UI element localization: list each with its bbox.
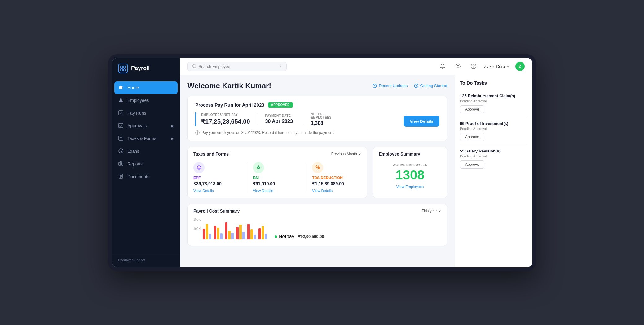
sidebar-item-pay-runs[interactable]: Pay Runs	[112, 107, 180, 120]
documents-icon	[118, 174, 124, 180]
employee-summary-card: Employee Summary ACTIVE EMPLOYEES 1308 V…	[373, 147, 447, 198]
bar-2-2	[217, 228, 219, 239]
bar-3-2	[228, 231, 231, 239]
avatar[interactable]: Z	[515, 62, 525, 71]
sidebar-item-reports[interactable]: Reports	[112, 158, 180, 170]
recent-updates-label: Recent Updates	[379, 83, 408, 88]
bar-1-1	[203, 229, 205, 239]
pay-run-stats: EMPLOYEES' NET PAY ₹17,25,23,654.00 PAYM…	[195, 112, 349, 126]
pay-run-header: Process Pay Run for April 2023 APPROVED	[195, 102, 439, 108]
sidebar-item-employees[interactable]: Employees	[112, 94, 180, 107]
help-button[interactable]	[469, 61, 479, 71]
bar-4-1	[236, 227, 239, 239]
todo-item-3-title: 55 Salary Revision(s)	[460, 149, 527, 153]
approvals-icon	[118, 123, 124, 129]
bar-6-3	[265, 234, 267, 239]
svg-rect-12	[119, 162, 120, 165]
bar-1-2	[206, 224, 208, 239]
view-employees-link[interactable]: View Employees	[379, 185, 441, 189]
todo-approve-btn-3[interactable]: Approve	[460, 160, 484, 169]
active-employees-count: 1308	[379, 169, 441, 182]
svg-rect-2	[121, 69, 123, 71]
sidebar-item-loans[interactable]: Loans	[112, 145, 180, 158]
sidebar-item-documents[interactable]: Documents	[112, 170, 180, 183]
settings-button[interactable]	[453, 61, 463, 71]
todo-approve-btn-2[interactable]: Approve	[460, 133, 484, 141]
employees-icon	[118, 98, 124, 103]
sidebar-item-documents-label: Documents	[127, 174, 149, 179]
cost-summary-header: Payroll Cost Summary This year	[193, 209, 441, 213]
esi-icon	[253, 162, 264, 173]
sidebar-item-approvals[interactable]: Approvals ▶	[112, 120, 180, 132]
getting-started-label: Getting Started	[420, 83, 447, 88]
esi-amount: ₹91,010.00	[253, 181, 302, 186]
company-chevron-icon	[507, 65, 510, 68]
bar-6-2	[262, 226, 264, 239]
employees-stat: NO. OF EMPLOYEES 1,308	[311, 112, 349, 126]
employee-summary-body: ACTIVE EMPLOYEES 1308 View Employees	[373, 160, 447, 194]
chart-area: 150K 100K	[193, 217, 441, 241]
todo-item-1-title: 136 Reimbursement Claim(s)	[460, 94, 527, 98]
taxes-period-selector[interactable]: Previous Month	[331, 152, 361, 156]
cost-period-selector[interactable]: This year	[422, 209, 441, 213]
bar-5-2	[250, 229, 253, 239]
taxes-chevron: ▶	[171, 137, 174, 140]
company-selector[interactable]: Zylker Corp	[484, 64, 510, 69]
y-label-150k: 150K	[193, 218, 201, 221]
tds-name: TDS DEDUCTION	[312, 176, 361, 180]
sidebar: Payroll Home Employees	[112, 58, 180, 267]
recent-updates-icon	[373, 84, 377, 88]
sidebar-navigation: Home Employees Pay Runs	[112, 79, 180, 253]
sidebar-item-home[interactable]: Home	[114, 81, 178, 94]
todo-item-1-subtitle: Pending Approval	[460, 99, 527, 103]
sidebar-item-loans-label: Loans	[127, 149, 139, 154]
pay-run-note: Pay your employees on 30/04/2023. Record…	[195, 130, 439, 135]
bar-5-3	[254, 235, 256, 239]
sidebar-item-home-label: Home	[127, 85, 139, 90]
right-panel: To Do Tasks 136 Reimbursement Claim(s) P…	[455, 75, 532, 267]
epf-view-link[interactable]: View Details	[193, 189, 243, 193]
tds-view-link[interactable]: View Details	[312, 189, 361, 193]
svg-rect-6	[119, 123, 123, 128]
sidebar-footer[interactable]: Contact Support	[112, 253, 180, 267]
bar-4-3	[242, 232, 245, 239]
active-employees-label: ACTIVE EMPLOYEES	[379, 163, 441, 167]
main-area: Zylker Corp Z Welcome Kartik Kumar!	[180, 58, 532, 267]
view-details-button[interactable]: View Details	[404, 116, 439, 127]
pay-run-title: Process Pay Run for April 2023	[195, 102, 264, 108]
emp-summary-header: Employee Summary	[373, 147, 447, 160]
tax-item-tds: % TDS DEDUCTION ₹1,15,89,089.00 View Det…	[312, 162, 361, 193]
todo-item-3: 55 Salary Revision(s) Pending Approval A…	[460, 145, 527, 172]
epf-amount: ₹39,73,913.00	[193, 181, 243, 186]
svg-point-4	[120, 98, 122, 100]
tax-item-esi: ESI ₹91,010.00 View Details	[253, 162, 307, 193]
y-label-100k: 100K	[193, 227, 201, 231]
notifications-button[interactable]	[438, 61, 448, 71]
taxes-card: Taxes and Forms Previous Month	[187, 147, 367, 198]
sidebar-item-taxes-forms[interactable]: Taxes & Forms ▶	[112, 132, 180, 145]
svg-point-19	[473, 68, 474, 68]
search-box[interactable]	[187, 62, 287, 71]
info-icon	[195, 130, 200, 135]
tax-item-epf: EPF ₹39,73,913.00 View Details	[193, 162, 248, 193]
pay-run-stats-row: EMPLOYEES' NET PAY ₹17,25,23,654.00 PAYM…	[195, 112, 439, 130]
payroll-logo-icon	[118, 64, 128, 73]
pay-run-card: Process Pay Run for April 2023 APPROVED …	[187, 96, 447, 141]
bar-3-3	[231, 233, 234, 239]
approvals-chevron: ▶	[171, 124, 174, 128]
home-icon	[118, 85, 124, 91]
legend-netpay-dot	[275, 235, 277, 238]
search-input[interactable]	[198, 64, 277, 69]
esi-view-link[interactable]: View Details	[253, 189, 302, 193]
svg-rect-0	[121, 66, 123, 68]
getting-started-link[interactable]: Getting Started	[414, 83, 447, 88]
todo-item-1: 136 Reimbursement Claim(s) Pending Appro…	[460, 90, 527, 117]
svg-rect-14	[122, 163, 123, 165]
section-row: Taxes and Forms Previous Month	[187, 147, 447, 198]
bar-group-4	[236, 225, 245, 239]
sidebar-item-taxes-label: Taxes & Forms	[127, 136, 156, 141]
epf-name: EPF	[193, 176, 243, 180]
todo-approve-btn-1[interactable]: Approve	[460, 105, 484, 113]
recent-updates-link[interactable]: Recent Updates	[373, 83, 408, 88]
search-dropdown-icon[interactable]	[279, 65, 282, 68]
